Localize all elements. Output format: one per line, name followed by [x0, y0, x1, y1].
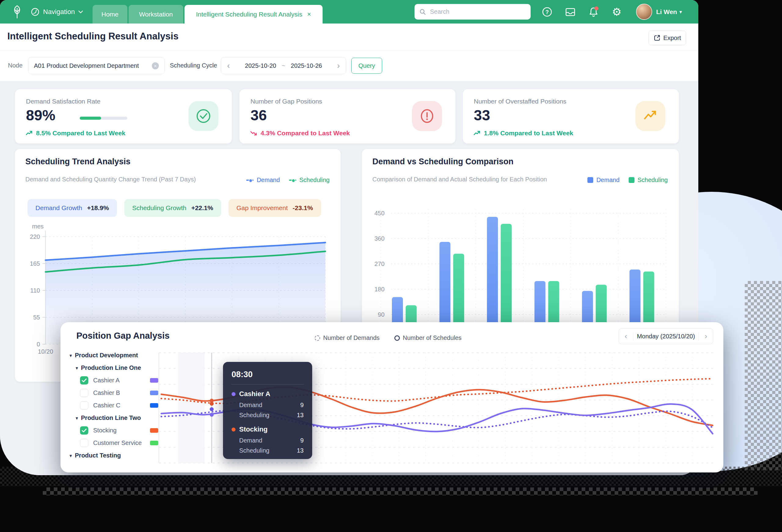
- tab-home-label: Home: [101, 11, 118, 18]
- tree-group-production-line-one[interactable]: ▾Production Line One: [70, 362, 158, 374]
- tree-item-customer-service[interactable]: Customer Service: [70, 437, 158, 449]
- caret-down-icon: ▾: [679, 9, 682, 15]
- checkbox-unchecked-icon[interactable]: [80, 439, 88, 447]
- svg-text:165: 165: [30, 260, 40, 267]
- checkbox-unchecked-icon[interactable]: [80, 401, 88, 410]
- series-color-swatch: [150, 428, 158, 433]
- stat-compare: 4.3% Compared to Last Week: [250, 130, 350, 137]
- cycle-end-date: 2025-10-26: [291, 62, 322, 69]
- stat-icon-badge: [188, 101, 218, 131]
- inbox-button[interactable]: [565, 6, 576, 18]
- node-label: Node: [8, 62, 23, 69]
- tooltip-row: Scheduling13: [232, 412, 304, 419]
- search-input[interactable]: [429, 8, 526, 15]
- legend-demand[interactable]: Demand: [246, 177, 280, 183]
- svg-text:110: 110: [30, 287, 40, 294]
- gear-icon: ⚙: [612, 6, 621, 18]
- navigation-menu-label: Navigation: [43, 8, 75, 16]
- series-color-swatch: [150, 441, 158, 445]
- stat-title: Number of Gap Positions: [250, 98, 322, 105]
- line-marker-icon: [246, 180, 253, 181]
- tab-workstation-label: Workstation: [139, 11, 173, 18]
- top-nav: Navigation Home Workstation Intelligent …: [0, 0, 698, 24]
- navigation-menu[interactable]: Navigation: [31, 0, 83, 24]
- checkbox-checked-icon[interactable]: [80, 426, 88, 434]
- clear-icon[interactable]: ×: [152, 62, 159, 69]
- trend-card-subtitle: Demand and Scheduling Quantity Change Tr…: [25, 176, 196, 183]
- tree-item-stocking[interactable]: Stocking: [70, 424, 158, 437]
- compass-icon: [31, 7, 40, 16]
- tree-item-cashier-c[interactable]: Cashier C: [70, 399, 158, 412]
- chevron-down-icon: [78, 10, 83, 13]
- caret-down-icon: ▾: [70, 353, 72, 358]
- settings-button[interactable]: ⚙: [611, 6, 623, 18]
- export-icon: [654, 35, 661, 41]
- stat-card-satisfaction: Demand Satisfaction Rate 89% 8.5% Compar…: [15, 89, 232, 144]
- svg-text:55: 55: [33, 314, 40, 321]
- legend-scheduling[interactable]: Scheduling: [289, 177, 330, 183]
- stat-title: Demand Satisfaction Rate: [26, 98, 101, 105]
- trend-badges: Demand Growth +18.9% Scheduling Growth +…: [28, 199, 321, 217]
- query-button[interactable]: Query: [351, 58, 382, 74]
- export-button[interactable]: Export: [648, 31, 686, 45]
- svg-text:?: ?: [545, 9, 549, 15]
- line-marker-icon: [289, 180, 296, 181]
- trend-legend: Demand Scheduling: [246, 177, 330, 183]
- svg-text:90: 90: [378, 311, 385, 318]
- series-color-swatch: [150, 391, 158, 395]
- satisfaction-progress: [80, 117, 128, 120]
- chevron-right-icon[interactable]: ›: [331, 61, 346, 71]
- series-color-swatch: [150, 378, 158, 383]
- close-icon[interactable]: ×: [307, 11, 311, 18]
- tree-group-production-line-two[interactable]: ▾Production Line Two: [70, 412, 158, 424]
- user-name: Li Wen: [656, 8, 677, 15]
- tooltip-time: 08:30: [232, 370, 304, 379]
- position-tree: ▾Product Development▾Production Line One…: [70, 349, 158, 462]
- chevron-left-icon[interactable]: ‹: [221, 61, 236, 71]
- satisfaction-progress-fill: [80, 117, 101, 120]
- node-select[interactable]: A01 Product Development Department ×: [28, 57, 165, 74]
- decor-pixel-noise-right: [745, 281, 782, 470]
- tooltip-row: Scheduling13: [232, 447, 304, 454]
- stat-title: Number of Overstaffed Positions: [474, 98, 566, 105]
- tooltip-row: Demand9: [232, 401, 304, 409]
- screenshot-stage: Navigation Home Workstation Intelligent …: [0, 0, 782, 532]
- tab-scheduling-analysis-label: Intelligent Scheduling Result Analysis: [196, 11, 303, 18]
- tooltip-series-name: Cashier A: [232, 390, 304, 398]
- filter-bar: Node A01 Product Development Department …: [0, 51, 698, 81]
- svg-text:0: 0: [37, 341, 40, 348]
- tab-scheduling-analysis[interactable]: Intelligent Scheduling Result Analysis ×: [184, 5, 323, 24]
- position-gap-panel: Position Gap Analysis Number of Demands …: [61, 322, 723, 472]
- badge-demand-growth: Demand Growth +18.9%: [28, 199, 117, 217]
- svg-text:mes: mes: [32, 223, 44, 229]
- stat-value: 33: [474, 107, 490, 124]
- help-icon: ?: [542, 6, 553, 17]
- avatar[interactable]: [636, 4, 652, 20]
- svg-text:450: 450: [375, 210, 385, 216]
- tree-item-cashier-b[interactable]: Cashier B: [70, 387, 158, 399]
- checkbox-unchecked-icon[interactable]: [80, 389, 88, 397]
- trend-zigzag-icon: [642, 108, 658, 124]
- tree-group-product-testing[interactable]: ▾Product Testing: [70, 449, 158, 462]
- node-select-value: A01 Product Development Department: [34, 62, 139, 69]
- trend-up-icon: [26, 131, 33, 136]
- tab-home[interactable]: Home: [93, 5, 128, 24]
- help-button[interactable]: ?: [541, 6, 553, 18]
- notifications-button[interactable]: [588, 6, 599, 18]
- search-icon: [419, 8, 426, 15]
- checkbox-checked-icon[interactable]: [80, 376, 88, 385]
- check-circle-icon: [196, 108, 211, 124]
- series-color-swatch: [150, 403, 158, 408]
- stat-compare: 8.5% Compared to Last Week: [26, 130, 126, 137]
- user-menu[interactable]: Li Wen ▾: [656, 0, 682, 24]
- trend-down-icon: [250, 131, 257, 136]
- stat-icon-badge: [412, 101, 442, 131]
- search-box[interactable]: [415, 4, 531, 20]
- tab-workstation[interactable]: Workstation: [129, 5, 183, 24]
- export-button-label: Export: [664, 35, 681, 41]
- cycle-range-picker[interactable]: ‹ 2025-10-20 ~ 2025-10-26 ›: [221, 57, 346, 74]
- tree-item-cashier-a[interactable]: Cashier A: [70, 374, 158, 387]
- stat-value: 89%: [26, 107, 55, 124]
- brand-logo-icon[interactable]: [11, 5, 23, 19]
- tree-group-product-development[interactable]: ▾Product Development: [70, 349, 158, 362]
